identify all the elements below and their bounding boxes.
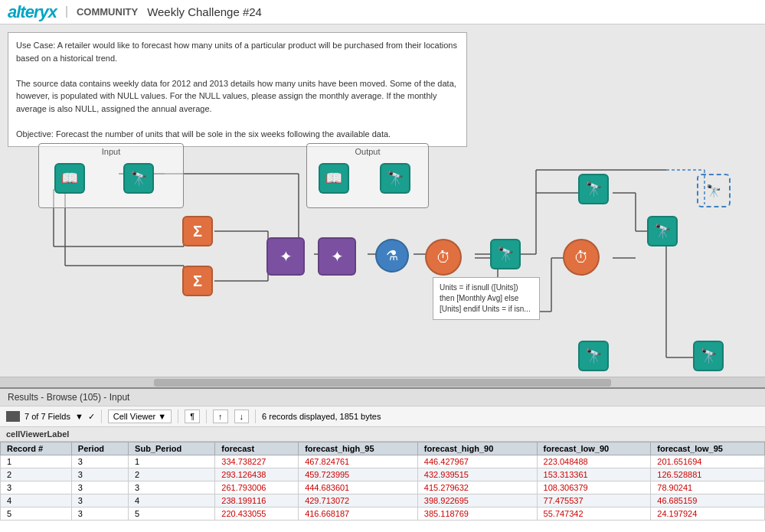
fields-grid-icon bbox=[6, 411, 20, 422]
table-cell: 293.126438 bbox=[215, 468, 299, 481]
table-cell: 2 bbox=[1, 468, 72, 481]
table-cell: 3 bbox=[71, 508, 128, 521]
table-cell: 126.528881 bbox=[651, 468, 765, 481]
toolbar-divider-3 bbox=[206, 410, 207, 423]
col-header-forecast-low-90: forecast_low_90 bbox=[537, 442, 651, 455]
table-cell: 446.427967 bbox=[417, 455, 537, 468]
tool-book-output[interactable]: 📖 bbox=[319, 163, 349, 194]
results-panel: Results - Browse (105) - Input 7 of 7 Fi… bbox=[0, 387, 765, 532]
fields-selector[interactable]: 7 of 7 Fields ▼ ✓ bbox=[6, 411, 95, 422]
tool-book-input[interactable]: 📖 bbox=[54, 163, 85, 194]
fields-check-icon[interactable]: ✓ bbox=[88, 412, 95, 422]
tool-predict-left[interactable]: ⏱ bbox=[425, 239, 462, 276]
table-cell: 77.475537 bbox=[537, 494, 651, 508]
tool-summarize-bottom[interactable]: Σ bbox=[182, 266, 213, 296]
tool-browse-dashed[interactable]: 🔭 bbox=[697, 174, 731, 207]
desc-line1: Use Case: A retailer would like to forec… bbox=[16, 39, 459, 64]
table-row: 232293.126438459.723995432.939515153.313… bbox=[1, 468, 765, 481]
table-cell: 3 bbox=[71, 494, 128, 508]
table-cell: 223.048488 bbox=[537, 455, 651, 468]
table-cell: 385.118769 bbox=[417, 508, 537, 521]
workflow-area: Input 📖 🔭 Output 📖 🔭 Σ Σ ✦ ✦ bbox=[0, 124, 765, 377]
results-toolbar: 7 of 7 Fields ▼ ✓ Cell Viewer ▼ ¶ ↑ ↓ 6 … bbox=[0, 406, 765, 427]
table-cell: 55.747342 bbox=[537, 508, 651, 521]
table-cell: 3 bbox=[71, 455, 128, 468]
sort-asc-button[interactable]: ↑ bbox=[213, 410, 228, 423]
table-row: 535220.433055416.668187385.11876955.7473… bbox=[1, 508, 765, 521]
table-cell: 4 bbox=[1, 494, 72, 508]
table-cell: 24.197924 bbox=[651, 508, 765, 521]
tool-browse-middle[interactable]: 🔭 bbox=[490, 239, 521, 269]
tool-crosstab-left[interactable]: ✦ bbox=[266, 237, 305, 276]
fields-dropdown-icon[interactable]: ▼ bbox=[75, 412, 83, 421]
scrollbar-thumb[interactable] bbox=[154, 379, 611, 387]
workflow-canvas: Use Case: A retailer would like to forec… bbox=[0, 24, 765, 377]
logo: alteryx bbox=[8, 2, 57, 22]
tool-browse-output[interactable]: 🔭 bbox=[380, 163, 410, 194]
col-header-forecast-low-95: forecast_low_95 bbox=[651, 442, 765, 455]
tool-summarize-top[interactable]: Σ bbox=[182, 216, 213, 246]
data-table: Record #PeriodSub_Periodforecastforecast… bbox=[0, 442, 765, 521]
tool-flask[interactable]: ⚗ bbox=[375, 239, 409, 273]
col-header-record--: Record # bbox=[1, 442, 72, 455]
output-box-label: Output bbox=[307, 147, 428, 156]
page-title: Weekly Challenge #24 bbox=[147, 5, 262, 18]
table-cell: 416.668187 bbox=[299, 508, 418, 521]
col-header-forecast-high-90: forecast_high_90 bbox=[417, 442, 537, 455]
table-cell: 398.922695 bbox=[417, 494, 537, 508]
table-cell: 4 bbox=[129, 494, 215, 508]
table-row: 434238.199116429.713072398.92269577.4755… bbox=[1, 494, 765, 508]
tool-browse-input[interactable]: 🔭 bbox=[123, 163, 154, 194]
col-header-period: Period bbox=[71, 442, 128, 455]
input-box: Input 📖 🔭 bbox=[38, 143, 184, 208]
table-cell: 467.824761 bbox=[299, 455, 418, 468]
table-cell: 3 bbox=[129, 481, 215, 494]
fields-count: 7 of 7 Fields bbox=[25, 412, 70, 421]
tool-browse-right1[interactable]: 🔭 bbox=[647, 216, 678, 246]
app-header: alteryx COMMUNITY Weekly Challenge #24 bbox=[0, 0, 765, 24]
table-cell: 432.939515 bbox=[417, 468, 537, 481]
tool-browse-bottommid[interactable]: 🔭 bbox=[578, 341, 609, 371]
table-cell: 429.713072 bbox=[299, 494, 418, 508]
tool-browse-bottomright[interactable]: 🔭 bbox=[693, 341, 724, 371]
table-row: 131334.738227467.824761446.427967223.048… bbox=[1, 455, 765, 468]
toolbar-divider-1 bbox=[101, 410, 102, 423]
table-cell: 334.738227 bbox=[215, 455, 299, 468]
table-cell: 3 bbox=[71, 481, 128, 494]
horizontal-scrollbar[interactable] bbox=[0, 377, 765, 387]
toolbar-divider-4 bbox=[255, 410, 256, 423]
table-cell: 261.793006 bbox=[215, 481, 299, 494]
sort-desc-button[interactable]: ↓ bbox=[234, 410, 250, 423]
table-cell: 238.199116 bbox=[215, 494, 299, 508]
table-cell: 1 bbox=[129, 455, 215, 468]
tool-predict-right[interactable]: ⏱ bbox=[563, 239, 600, 276]
table-cell: 78.90241 bbox=[651, 481, 765, 494]
table-cell: 5 bbox=[129, 508, 215, 521]
data-table-container[interactable]: Record #PeriodSub_Periodforecastforecast… bbox=[0, 442, 765, 532]
table-cell: 1 bbox=[1, 455, 72, 468]
table-cell: 3 bbox=[1, 481, 72, 494]
tool-browse-topright[interactable]: 🔭 bbox=[578, 174, 609, 204]
community-label: COMMUNITY bbox=[66, 6, 138, 18]
paragraph-button[interactable]: ¶ bbox=[185, 410, 200, 423]
toolbar-divider-2 bbox=[178, 410, 178, 423]
tool-crosstab-right[interactable]: ✦ bbox=[318, 237, 356, 276]
table-cell: 46.685159 bbox=[651, 494, 765, 508]
col-header-forecast-high-95: forecast_high_95 bbox=[299, 442, 418, 455]
cell-viewer-dropdown-icon[interactable]: ▼ bbox=[158, 412, 166, 421]
cell-viewer-button[interactable]: Cell Viewer ▼ bbox=[108, 410, 172, 423]
stats-text: 6 records displayed, 1851 bytes bbox=[262, 412, 381, 421]
table-cell: 201.651694 bbox=[651, 455, 765, 468]
table-cell: 220.433055 bbox=[215, 508, 299, 521]
table-cell: 444.683601 bbox=[299, 481, 418, 494]
col-header-sub-period: Sub_Period bbox=[129, 442, 215, 455]
table-row: 333261.793006444.683601415.279632108.306… bbox=[1, 481, 765, 494]
table-cell: 108.306379 bbox=[537, 481, 651, 494]
cell-viewer-row: cellViewerLabel bbox=[0, 427, 765, 442]
table-cell: 459.723995 bbox=[299, 468, 418, 481]
table-cell: 415.279632 bbox=[417, 481, 537, 494]
table-cell: 3 bbox=[71, 468, 128, 481]
tooltip-box: Units = if isnull ([Units]) then [Monthl… bbox=[433, 277, 540, 320]
table-cell: 153.313361 bbox=[537, 468, 651, 481]
input-box-label: Input bbox=[39, 147, 183, 156]
